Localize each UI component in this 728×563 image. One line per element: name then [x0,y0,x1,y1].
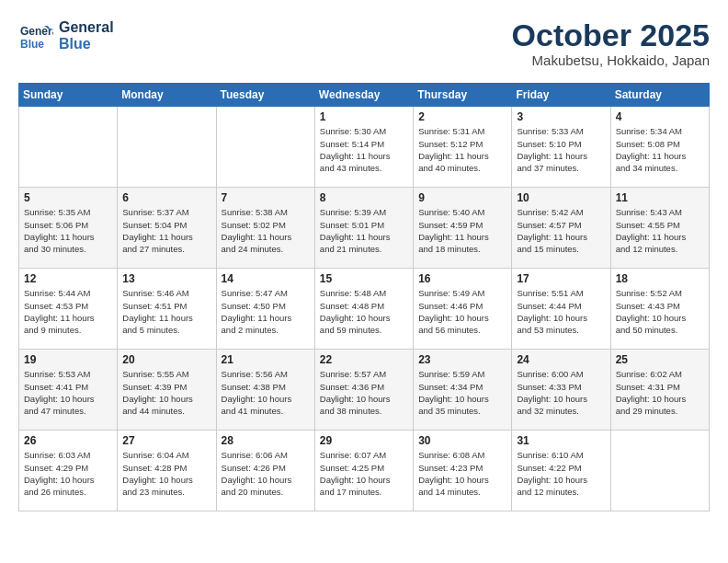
day-number: 29 [320,434,408,447]
page-header: General Blue General Blue October 2025 M… [18,18,710,68]
day-number: 24 [517,353,605,366]
day-number: 26 [24,434,112,447]
day-number: 25 [616,353,704,366]
day-number: 10 [517,191,605,204]
day-number: 27 [122,434,210,447]
calendar-cell: 17Sunrise: 5:51 AM Sunset: 4:44 PM Dayli… [512,269,610,350]
day-info: Sunrise: 5:53 AM Sunset: 4:41 PM Dayligh… [24,368,112,417]
day-number: 21 [222,353,310,366]
day-number: 30 [418,434,506,447]
day-number: 12 [24,272,112,285]
week-row-3: 12Sunrise: 5:44 AM Sunset: 4:53 PM Dayli… [19,269,710,350]
calendar-cell: 28Sunrise: 6:06 AM Sunset: 4:26 PM Dayli… [216,431,314,511]
week-row-4: 19Sunrise: 5:53 AM Sunset: 4:41 PM Dayli… [19,350,710,431]
calendar-cell: 14Sunrise: 5:47 AM Sunset: 4:50 PM Dayli… [216,269,314,350]
day-info: Sunrise: 6:06 AM Sunset: 4:26 PM Dayligh… [222,449,310,498]
calendar-cell: 10Sunrise: 5:42 AM Sunset: 4:57 PM Dayli… [512,188,610,269]
calendar-table: SundayMondayTuesdayWednesdayThursdayFrid… [18,83,710,511]
calendar-cell: 25Sunrise: 6:02 AM Sunset: 4:31 PM Dayli… [610,350,709,431]
day-number: 23 [418,353,506,366]
calendar-cell: 24Sunrise: 6:00 AM Sunset: 4:33 PM Dayli… [512,350,610,431]
day-info: Sunrise: 6:00 AM Sunset: 4:33 PM Dayligh… [517,368,605,417]
day-number: 17 [517,272,605,285]
month-title: October 2025 [512,18,710,52]
day-number: 2 [418,110,506,123]
calendar-cell: 23Sunrise: 5:59 AM Sunset: 4:34 PM Dayli… [414,350,512,431]
calendar-cell: 26Sunrise: 6:03 AM Sunset: 4:29 PM Dayli… [19,431,118,511]
day-info: Sunrise: 5:38 AM Sunset: 5:02 PM Dayligh… [222,206,310,255]
calendar-cell [19,107,118,188]
day-number: 4 [616,110,704,123]
calendar-cell: 21Sunrise: 5:56 AM Sunset: 4:38 PM Dayli… [216,350,314,431]
calendar-cell: 20Sunrise: 5:55 AM Sunset: 4:39 PM Dayli… [118,350,216,431]
weekday-header-monday: Monday [118,84,216,107]
day-info: Sunrise: 5:34 AM Sunset: 5:08 PM Dayligh… [616,125,704,174]
calendar-cell [216,107,314,188]
day-info: Sunrise: 5:52 AM Sunset: 4:43 PM Dayligh… [616,287,704,336]
day-info: Sunrise: 5:57 AM Sunset: 4:36 PM Dayligh… [320,368,408,417]
weekday-header-sunday: Sunday [19,84,118,107]
logo: General Blue General Blue [18,18,114,53]
day-info: Sunrise: 5:39 AM Sunset: 5:01 PM Dayligh… [320,206,408,255]
day-info: Sunrise: 5:42 AM Sunset: 4:57 PM Dayligh… [517,206,605,255]
logo-text-blue: Blue [59,36,114,52]
calendar-cell: 15Sunrise: 5:48 AM Sunset: 4:48 PM Dayli… [314,269,413,350]
week-row-1: 1Sunrise: 5:30 AM Sunset: 5:14 PM Daylig… [19,107,710,188]
calendar-cell: 13Sunrise: 5:46 AM Sunset: 4:51 PM Dayli… [118,269,216,350]
day-info: Sunrise: 5:40 AM Sunset: 4:59 PM Dayligh… [418,206,506,255]
day-number: 15 [320,272,408,285]
day-number: 14 [222,272,310,285]
calendar-cell: 31Sunrise: 6:10 AM Sunset: 4:22 PM Dayli… [512,431,610,511]
day-info: Sunrise: 5:44 AM Sunset: 4:53 PM Dayligh… [24,287,112,336]
day-info: Sunrise: 6:04 AM Sunset: 4:28 PM Dayligh… [122,449,210,498]
day-info: Sunrise: 5:56 AM Sunset: 4:38 PM Dayligh… [222,368,310,417]
day-number: 8 [320,191,408,204]
week-row-2: 5Sunrise: 5:35 AM Sunset: 5:06 PM Daylig… [19,188,710,269]
day-number: 9 [418,191,506,204]
title-block: October 2025 Makubetsu, Hokkaido, Japan [512,18,710,68]
day-number: 3 [517,110,605,123]
weekday-header-wednesday: Wednesday [314,84,413,107]
day-info: Sunrise: 5:30 AM Sunset: 5:14 PM Dayligh… [320,125,408,174]
day-info: Sunrise: 5:43 AM Sunset: 4:55 PM Dayligh… [616,206,704,255]
day-info: Sunrise: 6:02 AM Sunset: 4:31 PM Dayligh… [616,368,704,417]
day-info: Sunrise: 5:49 AM Sunset: 4:46 PM Dayligh… [418,287,506,336]
calendar-cell: 22Sunrise: 5:57 AM Sunset: 4:36 PM Dayli… [314,350,413,431]
day-number: 1 [320,110,408,123]
day-number: 5 [24,191,112,204]
day-info: Sunrise: 6:03 AM Sunset: 4:29 PM Dayligh… [24,449,112,498]
calendar-cell: 8Sunrise: 5:39 AM Sunset: 5:01 PM Daylig… [314,188,413,269]
logo-text-general: General [59,19,114,36]
calendar-cell: 11Sunrise: 5:43 AM Sunset: 4:55 PM Dayli… [610,188,709,269]
day-info: Sunrise: 5:47 AM Sunset: 4:50 PM Dayligh… [222,287,310,336]
calendar-cell: 1Sunrise: 5:30 AM Sunset: 5:14 PM Daylig… [314,107,413,188]
day-number: 28 [222,434,310,447]
calendar-cell: 6Sunrise: 5:37 AM Sunset: 5:04 PM Daylig… [118,188,216,269]
day-number: 13 [122,272,210,285]
svg-text:Blue: Blue [20,38,44,51]
calendar-cell: 19Sunrise: 5:53 AM Sunset: 4:41 PM Dayli… [19,350,118,431]
day-number: 22 [320,353,408,366]
day-number: 18 [616,272,704,285]
day-info: Sunrise: 5:51 AM Sunset: 4:44 PM Dayligh… [517,287,605,336]
day-number: 19 [24,353,112,366]
logo-icon: General Blue [18,18,53,53]
calendar-cell: 16Sunrise: 5:49 AM Sunset: 4:46 PM Dayli… [414,269,512,350]
calendar-cell: 7Sunrise: 5:38 AM Sunset: 5:02 PM Daylig… [216,188,314,269]
day-info: Sunrise: 5:35 AM Sunset: 5:06 PM Dayligh… [24,206,112,255]
day-number: 7 [222,191,310,204]
location: Makubetsu, Hokkaido, Japan [512,52,710,68]
weekday-header-thursday: Thursday [414,84,512,107]
day-info: Sunrise: 5:55 AM Sunset: 4:39 PM Dayligh… [122,368,210,417]
day-info: Sunrise: 5:46 AM Sunset: 4:51 PM Dayligh… [122,287,210,336]
calendar-cell: 18Sunrise: 5:52 AM Sunset: 4:43 PM Dayli… [610,269,709,350]
weekday-header-row: SundayMondayTuesdayWednesdayThursdayFrid… [19,84,710,107]
calendar-cell: 29Sunrise: 6:07 AM Sunset: 4:25 PM Dayli… [314,431,413,511]
calendar-cell [610,431,709,511]
day-info: Sunrise: 6:10 AM Sunset: 4:22 PM Dayligh… [517,449,605,498]
day-number: 11 [616,191,704,204]
day-number: 20 [122,353,210,366]
calendar-cell: 2Sunrise: 5:31 AM Sunset: 5:12 PM Daylig… [414,107,512,188]
day-number: 16 [418,272,506,285]
day-info: Sunrise: 5:33 AM Sunset: 5:10 PM Dayligh… [517,125,605,174]
